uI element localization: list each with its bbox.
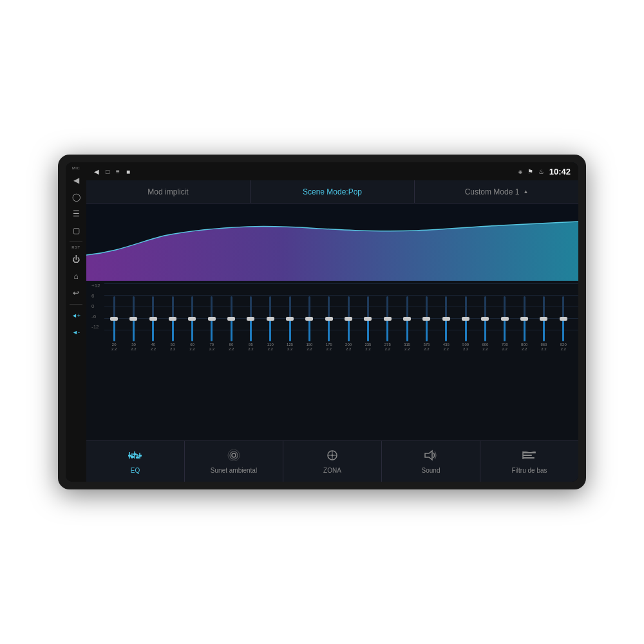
back-btn[interactable]: ◀ [68,173,84,188]
eq-thumb-200[interactable] [345,317,352,321]
eq-track-70[interactable] [211,296,213,341]
eq-track-20[interactable] [113,296,115,341]
eq-slider-30[interactable] [124,296,143,341]
eq-thumb-95[interactable] [247,317,254,321]
eq-track-110[interactable] [269,296,271,341]
eq-thumb-20[interactable] [110,317,118,321]
eq-thumb-60[interactable] [188,317,196,321]
tab-sound[interactable]: Sound [382,441,480,482]
mode-custom[interactable]: Custom Mode 1 ▲ [415,180,578,203]
eq-slider-920[interactable] [554,296,573,341]
eq-track-375[interactable] [426,296,428,341]
eq-track-80[interactable] [231,296,232,341]
eq-thumb-50[interactable] [169,317,176,321]
eq-track-30[interactable] [133,296,135,341]
nav-screenshot-icon[interactable]: ■ [126,168,130,175]
eq-slider-50[interactable] [163,296,182,341]
eq-thumb-40[interactable] [149,317,157,321]
eq-slider-275[interactable] [378,296,397,341]
eq-track-800[interactable] [524,296,526,341]
eq-track-175[interactable] [328,296,330,341]
eq-label-col-435: 4352.2 [437,343,456,352]
status-left: ◀ □ ≡ ■ [94,168,130,175]
tab-zona[interactable]: ZONA [283,441,382,482]
eq-track-125[interactable] [289,296,291,341]
eq-track-435[interactable] [445,296,447,341]
power-btn[interactable]: ⏻ [68,252,84,267]
tab-filtru[interactable]: Filtru de bas [480,441,578,482]
eq-slider-80[interactable] [222,296,241,341]
eq-track-920[interactable] [562,296,564,341]
eq-slider-315[interactable] [397,296,417,341]
eq-track-95[interactable] [250,296,252,341]
eq-thumb-125[interactable] [286,317,294,321]
eq-slider-125[interactable] [280,296,299,341]
mode-scene[interactable]: Scene Mode:Pop [251,180,415,203]
eq-track-40[interactable] [152,296,154,341]
eq-thumb-700[interactable] [501,317,509,321]
house-btn[interactable]: ⌂ [68,269,84,284]
eq-thumb-30[interactable] [129,317,137,321]
eq-thumb-800[interactable] [520,317,528,321]
nav-home-icon[interactable]: □ [106,168,109,175]
eq-thumb-175[interactable] [325,317,333,321]
eq-slider-175[interactable] [319,296,339,341]
eq-track-200[interactable] [348,296,350,341]
eq-slider-500[interactable] [456,296,475,341]
eq-slider-95[interactable] [241,296,260,341]
tab-eq[interactable]: EQ [86,441,185,482]
eq-track-600[interactable] [484,296,486,341]
eq-track-275[interactable] [386,296,388,341]
eq-track-150[interactable] [308,296,310,341]
eq-slider-200[interactable] [339,296,358,341]
eq-slider-800[interactable] [515,296,534,341]
eq-thumb-275[interactable] [384,317,392,321]
screenshot-btn[interactable]: ▢ [68,223,84,238]
eq-slider-110[interactable] [261,296,280,341]
eq-thumb-70[interactable] [208,317,216,321]
eq-thumb-500[interactable] [462,317,469,321]
tab-sunet[interactable]: Sunet ambiental [185,441,283,482]
eq-q-50: 2.2 [170,347,175,352]
eq-thumb-920[interactable] [560,317,567,321]
eq-track-860[interactable] [543,296,545,341]
location-icon: ⚑ [527,168,533,175]
eq-thumb-860[interactable] [540,317,547,321]
eq-thumb-110[interactable] [267,317,274,321]
eq-labels-row: 202.2302.2402.2502.2602.2702.2802.2952.2… [91,343,573,352]
eq-slider-40[interactable] [144,296,163,341]
eq-slider-70[interactable] [202,296,222,341]
eq-slider-860[interactable] [534,296,553,341]
eq-slider-60[interactable] [182,296,202,341]
eq-track-235[interactable] [367,296,369,341]
eq-thumb-600[interactable] [481,317,489,321]
eq-slider-700[interactable] [495,296,515,341]
eq-track-50[interactable] [172,296,174,341]
home-btn[interactable]: ◯ [68,189,84,205]
eq-slider-375[interactable] [417,296,436,341]
back2-btn[interactable]: ↩ [68,285,84,301]
eq-track-60[interactable] [191,296,193,341]
eq-thumb-235[interactable] [364,317,372,321]
eq-thumb-315[interactable] [403,317,411,321]
eq-slider-600[interactable] [475,296,495,341]
eq-thumb-150[interactable] [305,317,313,321]
vol-up-btn[interactable]: ◄+ [68,308,84,323]
mode-default[interactable]: Mod implicit [86,180,251,203]
eq-slider-20[interactable] [104,296,124,341]
eq-track-500[interactable] [465,296,467,341]
eq-thumb-80[interactable] [227,317,235,321]
eq-q-315: 2.2 [404,347,410,352]
eq-thumb-435[interactable] [442,317,450,321]
nav-menu-icon[interactable]: ≡ [116,168,120,175]
eq-slider-435[interactable] [437,296,456,341]
vol-down-btn[interactable]: ◄- [68,325,84,340]
eq-track-315[interactable] [406,296,408,341]
eq-track-700[interactable] [504,296,506,341]
eq-slider-150[interactable] [299,296,319,341]
device-inner: MIC ◀ ◯ ☰ ▢ RST ⏻ ⌂ ↩ ◄+ ◄- ◀ □ ≡ ■ [66,162,578,482]
menu-btn[interactable]: ☰ [68,206,84,222]
eq-slider-235[interactable] [358,296,377,341]
eq-thumb-375[interactable] [422,317,430,321]
nav-back-icon[interactable]: ◀ [94,168,99,175]
